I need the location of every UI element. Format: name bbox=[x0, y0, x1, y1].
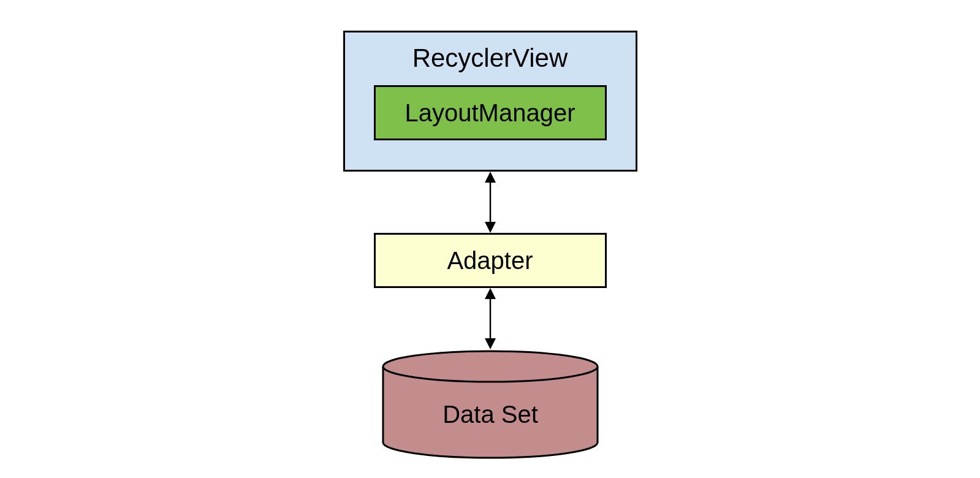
recyclerview-title: RecyclerView bbox=[412, 44, 568, 73]
svg-point-10 bbox=[383, 351, 598, 382]
double-arrow-icon bbox=[478, 288, 503, 349]
arrow-recyclerview-adapter bbox=[343, 172, 637, 233]
recyclerview-box: RecyclerView LayoutManager bbox=[343, 31, 637, 172]
dataset-title: Data Set bbox=[443, 401, 538, 428]
adapter-box: Adapter bbox=[374, 233, 607, 288]
svg-marker-2 bbox=[485, 222, 496, 233]
svg-marker-5 bbox=[485, 338, 496, 349]
double-arrow-icon bbox=[478, 172, 503, 233]
svg-marker-1 bbox=[485, 172, 496, 183]
adapter-title: Adapter bbox=[447, 247, 533, 275]
dataset-container: Data Set bbox=[343, 349, 637, 460]
dataset-cylinder-icon: Data Set bbox=[380, 349, 601, 460]
diagram-root: RecyclerView LayoutManager Adapter Data … bbox=[343, 31, 637, 460]
arrow-adapter-dataset bbox=[343, 288, 637, 349]
layoutmanager-title: LayoutManager bbox=[405, 99, 575, 127]
layoutmanager-box: LayoutManager bbox=[374, 85, 607, 140]
svg-marker-4 bbox=[485, 288, 496, 299]
